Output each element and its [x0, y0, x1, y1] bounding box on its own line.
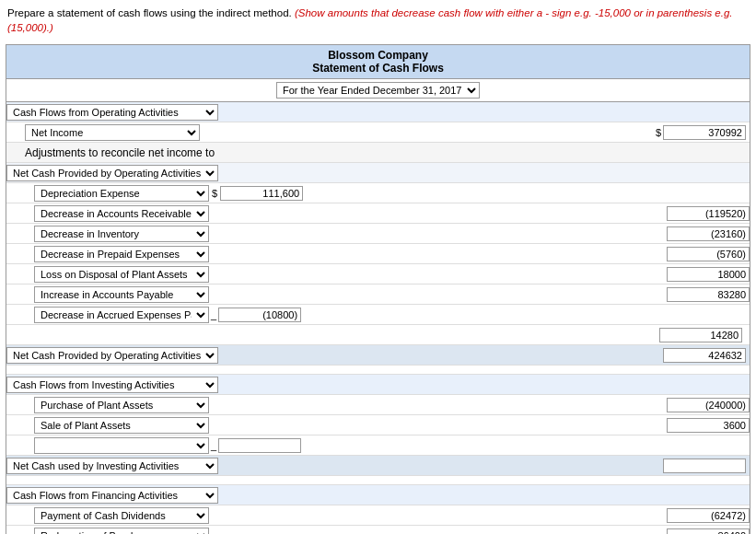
fin-item-0-input-wrapper: [667, 508, 750, 523]
fin-item-0-input[interactable]: [667, 508, 750, 523]
operating-section-header: Cash Flows from Operating Activities: [6, 102, 750, 122]
investing-label-select[interactable]: Cash Flows from Investing Activities: [6, 377, 218, 393]
inv-item-1-input[interactable]: [667, 418, 750, 433]
op-item-3-input[interactable]: [667, 247, 750, 261]
op-item-6-input-wrapper: [218, 308, 301, 322]
inv-item-2-underscore: _: [211, 440, 216, 451]
fin-item-0-select[interactable]: Payment of Cash Dividends: [34, 507, 209, 524]
fin-item-1: Redemption of Bonds: [6, 526, 750, 534]
net-income-select[interactable]: Net Income: [25, 124, 200, 141]
op-subtotal-row: [6, 325, 750, 345]
op-item-3-input-wrapper: [667, 247, 750, 261]
inv-item-2: _: [6, 435, 750, 456]
op-total-row: Net Cash Provided by Operating Activitie…: [6, 345, 750, 366]
instruction-italic: (Show amounts that decrease cash flow wi…: [7, 7, 733, 33]
spacer-1: [6, 366, 750, 375]
op-item-1-input-wrapper: [667, 206, 750, 221]
inv-total-wrapper: [663, 459, 746, 473]
financing-section-header: Cash Flows from Financing Activities: [6, 485, 750, 505]
op-item-3: Decrease in Prepaid Expenses: [6, 244, 750, 264]
op-item-0-input-wrapper: [220, 186, 303, 201]
op-item-4-input[interactable]: [667, 267, 750, 282]
op-total-wrapper: [663, 348, 746, 363]
op-item-4: Loss on Disposal of Plant Assets: [6, 264, 750, 284]
statement-title: Statement of Cash Flows: [8, 62, 748, 75]
inv-item-1-input-wrapper: [667, 418, 750, 433]
op-item-5-select[interactable]: Increase in Accounts Payable: [34, 286, 209, 303]
inv-item-1: Sale of Plant Assets: [6, 415, 750, 435]
op-item-2: Decrease in Inventory: [6, 224, 750, 244]
inv-total-select[interactable]: Net Cash used by Investing Activities: [6, 458, 218, 474]
net-cash-label-select[interactable]: Net Cash Provided by Operating Activitie…: [6, 165, 218, 181]
fin-item-0: Payment of Cash Dividends: [6, 505, 750, 526]
period-row: For the Year Ended December 31, 2017: [6, 79, 750, 102]
spacer-2: [6, 476, 750, 485]
inv-item-0: Purchase of Plant Assets: [6, 395, 750, 415]
op-item-1-select[interactable]: Decrease in Accounts Receivable: [34, 205, 209, 222]
op-item-5-input-wrapper: [667, 287, 750, 302]
op-total-input[interactable]: [663, 348, 746, 363]
statement-header: Blossom Company Statement of Cash Flows: [6, 45, 750, 79]
op-item-0-dollar: $: [212, 188, 217, 199]
op-item-1-input[interactable]: [667, 206, 750, 221]
inv-item-2-input[interactable]: [218, 438, 301, 453]
op-item-0: Depreciation Expense $: [6, 183, 750, 203]
op-item-2-input[interactable]: [667, 226, 750, 241]
op-item-6-input[interactable]: [218, 308, 301, 322]
inv-item-0-input-wrapper: [667, 398, 750, 412]
net-income-dollar: $: [656, 127, 661, 138]
op-item-2-input-wrapper: [667, 226, 750, 241]
net-cash-label-row: Net Cash Provided by Operating Activitie…: [6, 163, 750, 183]
inv-total-input[interactable]: [663, 459, 746, 473]
inv-item-0-select[interactable]: Purchase of Plant Assets: [34, 397, 209, 413]
op-item-0-select[interactable]: Depreciation Expense: [34, 185, 209, 202]
op-item-2-select[interactable]: Decrease in Inventory: [34, 226, 209, 242]
net-income-row: Net Income $: [6, 122, 750, 143]
op-item-5-input[interactable]: [667, 287, 750, 302]
fin-item-1-input-wrapper: [667, 528, 750, 534]
operating-label-select[interactable]: Cash Flows from Operating Activities: [6, 104, 218, 121]
inv-item-1-select[interactable]: Sale of Plant Assets: [34, 417, 209, 434]
instruction-text: Prepare a statement of cash flows using …: [0, 0, 756, 41]
op-subtotal-wrapper: [659, 328, 742, 342]
inv-total-row: Net Cash used by Investing Activities: [6, 456, 750, 476]
op-item-4-input-wrapper: [667, 267, 750, 282]
investing-section-header: Cash Flows from Investing Activities: [6, 375, 750, 395]
op-item-0-input[interactable]: [220, 186, 303, 201]
op-subtotal-input[interactable]: [659, 328, 742, 342]
fin-item-1-input[interactable]: [667, 528, 750, 534]
op-item-6: Decrease in Accrued Expenses Payable _: [6, 305, 750, 325]
inv-item-2-input-wrapper: [218, 438, 301, 453]
period-select[interactable]: For the Year Ended December 31, 2017: [276, 82, 480, 99]
financing-label-select[interactable]: Cash Flows from Financing Activities: [6, 487, 218, 504]
company-name: Blossom Company: [8, 49, 748, 62]
inv-item-0-input[interactable]: [667, 398, 750, 412]
inv-item-2-select[interactable]: [34, 437, 209, 454]
op-item-6-select[interactable]: Decrease in Accrued Expenses Payable: [34, 307, 209, 323]
op-item-1: Decrease in Accounts Receivable: [6, 203, 750, 224]
net-income-input-wrapper: [663, 125, 746, 140]
adjustments-row: Adjustments to reconcile net income to: [6, 143, 750, 163]
adjustments-label: Adjustments to reconcile net income to: [25, 146, 215, 159]
op-total-select[interactable]: Net Cash Provided by Operating Activitie…: [6, 347, 218, 364]
op-item-6-underscore: _: [211, 309, 216, 320]
statement-container: Blossom Company Statement of Cash Flows …: [6, 44, 750, 534]
op-item-4-select[interactable]: Loss on Disposal of Plant Assets: [34, 266, 209, 283]
op-item-5: Increase in Accounts Payable: [6, 284, 750, 305]
net-income-input[interactable]: [663, 125, 746, 140]
op-item-3-select[interactable]: Decrease in Prepaid Expenses: [34, 246, 209, 262]
fin-item-1-select[interactable]: Redemption of Bonds: [34, 528, 209, 534]
